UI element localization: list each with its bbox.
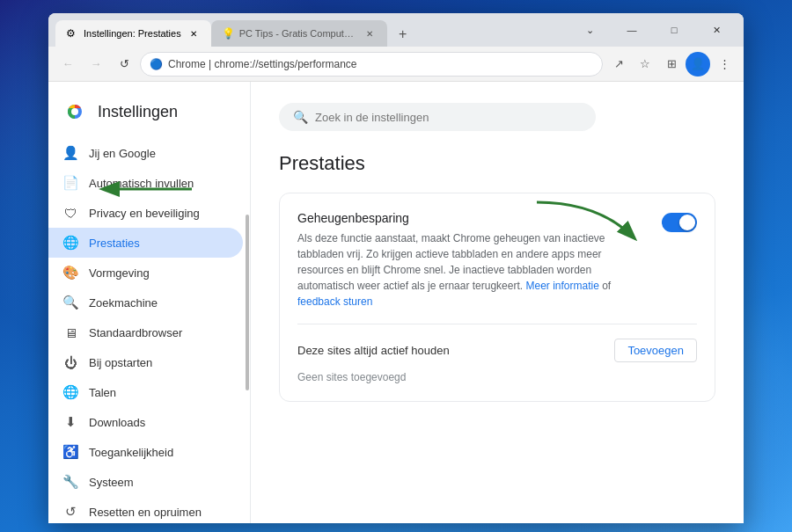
sidebar-item-jij-en-google-label: Jij en Google (89, 147, 156, 160)
forward-button[interactable]: → (84, 52, 108, 77)
back-button[interactable]: ← (55, 52, 80, 77)
reload-button[interactable]: ↺ (112, 52, 136, 77)
tab-pctips-label: PC Tips - Gratis Computer Tips... (239, 28, 357, 39)
toggle-knob (679, 215, 695, 230)
sidebar-item-privacy-label: Privacy en beveiliging (89, 207, 200, 220)
tab-area: ⚙ Instellingen: Prestaties ✕ 💡 PC Tips -… (48, 13, 562, 47)
sidebar-item-downloads-label: Downloads (89, 416, 145, 429)
sidebar-item-standaardbrowser-label: Standaardbrowser (89, 326, 182, 339)
default-browser-icon: 🖥 (62, 324, 78, 340)
always-active-sites-row: Deze sites altijd actief houden Toevoege… (297, 339, 697, 362)
downloads-icon: ⬇ (62, 414, 78, 430)
pctips-tab-icon: 💡 (222, 27, 234, 40)
profile-button[interactable]: 👤 (686, 52, 710, 77)
tab-pctips-close[interactable]: ✕ (363, 26, 377, 40)
startup-icon: ⏻ (62, 354, 78, 370)
close-button[interactable]: ✕ (696, 16, 737, 44)
tab-settings-label: Instellingen: Prestaties (84, 28, 181, 39)
svg-point-2 (71, 108, 78, 115)
sidebar-nav: 👤 Jij en Google 📄 Automatisch invullen 🛡… (48, 138, 250, 523)
add-site-button[interactable]: Toevoegen (614, 339, 697, 362)
sidebar-item-vormgeving[interactable]: 🎨 Vormgeving (48, 258, 243, 288)
accessibility-icon: ♿ (62, 444, 78, 460)
sidebar-item-downloads[interactable]: ⬇ Downloads (48, 407, 243, 437)
sidebar-item-prestaties[interactable]: 🌐 Prestaties (48, 228, 243, 258)
maximize-button[interactable]: □ (654, 16, 694, 44)
always-active-label: Deze sites altijd actief houden (297, 344, 450, 357)
sidebar-item-automatisch-invullen-label: Automatisch invullen (89, 177, 194, 190)
search-icon: 🔍 (293, 110, 308, 124)
sidebar-item-standaardbrowser[interactable]: 🖥 Standaardbrowser (48, 317, 243, 347)
sidebar-item-bij-opstarten-label: Bij opstarten (89, 356, 152, 369)
browser-window: ⚙ Instellingen: Prestaties ✕ 💡 PC Tips -… (48, 13, 744, 523)
menu-button[interactable]: ⋮ (712, 52, 737, 77)
divider (297, 324, 697, 324)
link-separator: of (602, 280, 611, 292)
tab-settings-close[interactable]: ✕ (187, 26, 201, 40)
appearance-icon: 🎨 (62, 265, 78, 281)
sidebar-title: Instellingen (98, 103, 178, 121)
sidebar-item-vormgeving-label: Vormgeving (89, 266, 150, 280)
search-engine-icon: 🔍 (62, 295, 78, 310)
page-title: Prestaties (279, 152, 715, 175)
privacy-icon: 🛡 (62, 205, 78, 221)
search-bar[interactable]: 🔍 (279, 103, 596, 131)
performance-icon: 🌐 (62, 235, 78, 251)
sidebar-item-bij-opstarten[interactable]: ⏻ Bij opstarten (48, 347, 243, 377)
address-text: Chrome | chrome://settings/performance (168, 58, 357, 70)
security-icon: 🔵 (150, 58, 163, 70)
memory-saver-row: Geheugenbesparing Als deze functie aanst… (297, 211, 697, 310)
memory-saver-toggle[interactable] (662, 213, 697, 232)
memory-saver-card: Geheugenbesparing Als deze functie aanst… (279, 193, 715, 402)
scrollbar-track[interactable] (245, 82, 250, 523)
sidebar-item-zoekmachine[interactable]: 🔍 Zoekmachine (48, 288, 243, 317)
chrome-logo (62, 99, 87, 124)
scrollbar-thumb[interactable] (246, 215, 249, 391)
sidebar: Instellingen 👤 Jij en Google 📄 Automatis… (48, 82, 251, 523)
sidebar-item-toegankelijkheid-label: Toegankelijkheid (89, 446, 173, 459)
settings-tab-icon: ⚙ (66, 27, 78, 40)
share-button[interactable]: ↗ (606, 52, 631, 77)
system-icon: 🔧 (62, 474, 78, 490)
minimize-button[interactable]: — (612, 16, 652, 44)
sidebar-item-jij-en-google[interactable]: 👤 Jij en Google (48, 138, 243, 168)
sidebar-item-automatisch-invullen[interactable]: 📄 Automatisch invullen (48, 168, 243, 198)
tab-settings[interactable]: ⚙ Instellingen: Prestaties ✕ (55, 20, 211, 47)
no-sites-text: Geen sites toegevoegd (297, 371, 697, 383)
sidebar-item-privacy-en-beveiliging[interactable]: 🛡 Privacy en beveiliging (48, 198, 243, 228)
extensions-button[interactable]: ⊞ (659, 52, 684, 77)
toolbar-actions: ↗ ☆ ⊞ 👤 ⋮ (606, 52, 737, 77)
sidebar-item-systeem[interactable]: 🔧 Systeem (48, 467, 243, 497)
memory-saver-title: Geheugenbesparing (297, 211, 648, 225)
sidebar-item-talen[interactable]: 🌐 Talen (48, 377, 243, 407)
sidebar-header: Instellingen (48, 89, 250, 138)
title-bar: ⚙ Instellingen: Prestaties ✕ 💡 PC Tips -… (48, 13, 744, 47)
sidebar-item-talen-label: Talen (89, 386, 116, 399)
memory-saver-info: Geheugenbesparing Als deze functie aanst… (297, 211, 648, 310)
search-input[interactable] (315, 111, 582, 124)
bookmark-button[interactable]: ☆ (633, 52, 657, 77)
autofill-icon: 📄 (62, 175, 78, 191)
toolbar: ← → ↺ 🔵 Chrome | chrome://settings/perfo… (48, 47, 744, 82)
sidebar-item-resetten-label: Resetten en opruimen (89, 506, 202, 519)
meer-informatie-link[interactable]: Meer informatie (525, 280, 598, 292)
settings-main: 🔍 Prestaties Geheugenbesparing Als deze … (251, 82, 744, 523)
window-controls: ⌄ — □ ✕ (562, 13, 744, 47)
tab-pctips[interactable]: 💡 PC Tips - Gratis Computer Tips... ✕ (211, 20, 387, 47)
sidebar-item-toegankelijkheid[interactable]: ♿ Toegankelijkheid (48, 437, 243, 467)
reset-icon: ↺ (62, 504, 78, 520)
sidebar-item-resetten[interactable]: ↺ Resetten en opruimen (48, 497, 243, 523)
sidebar-item-prestaties-label: Prestaties (89, 237, 140, 250)
languages-icon: 🌐 (62, 384, 78, 400)
sidebar-item-systeem-label: Systeem (89, 476, 134, 489)
new-tab-button[interactable]: + (391, 22, 415, 47)
memory-saver-description: Als deze functie aanstaat, maakt Chrome … (297, 230, 648, 310)
sidebar-item-zoekmachine-label: Zoekmachine (89, 296, 158, 310)
tab-dropdown-button[interactable]: ⌄ (569, 16, 610, 44)
address-bar[interactable]: 🔵 Chrome | chrome://settings/performance (140, 52, 603, 77)
content-area: Instellingen 👤 Jij en Google 📄 Automatis… (48, 82, 744, 523)
person-icon: 👤 (62, 145, 78, 161)
feedback-sturen-link[interactable]: feedback sturen (297, 295, 372, 308)
